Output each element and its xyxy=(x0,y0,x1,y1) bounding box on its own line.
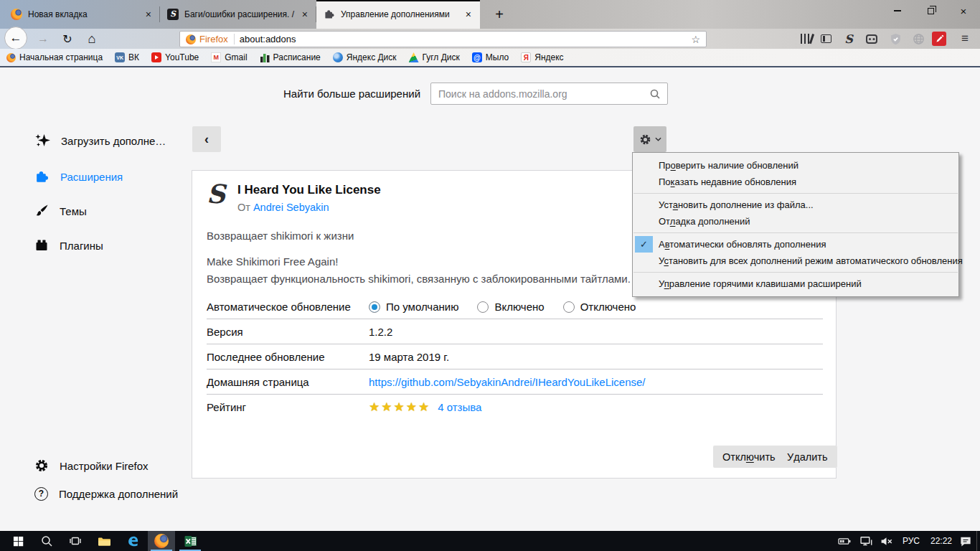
clock[interactable]: 22:22 xyxy=(927,531,956,551)
file-explorer-button[interactable] xyxy=(90,531,118,551)
bookmark-yandex-disk[interactable]: Яндекс Диск xyxy=(333,52,397,62)
tab-addons-manager[interactable]: Управление дополнениями × xyxy=(316,0,480,29)
firefox-taskbar-button[interactable] xyxy=(148,531,175,551)
task-view-icon xyxy=(70,535,81,547)
menu-item-check-updates[interactable]: Проверить наличие обновлений xyxy=(633,157,958,174)
bookmark-google-drive[interactable]: Гугл Диск xyxy=(409,52,460,62)
bookmark-mail[interactable]: @Мыло xyxy=(472,52,509,62)
home-icon[interactable]: ⌂ xyxy=(83,30,100,47)
url-text[interactable]: about:addons xyxy=(240,34,687,44)
hamburger-menu-icon[interactable]: ≡ xyxy=(957,31,973,47)
tab-close-icon[interactable]: × xyxy=(144,9,153,20)
tab-shikimori[interactable]: S Баги/ошибки расширения. / × xyxy=(160,0,316,29)
brick-icon xyxy=(34,238,49,253)
identity-badge[interactable]: Firefox xyxy=(186,34,235,44)
sidebar-item-firefox-settings[interactable]: Настройки Firefox xyxy=(34,453,149,479)
google-drive-icon xyxy=(409,52,419,62)
homepage-link[interactable]: https://github.com/SebyakinAndrei/IHeard… xyxy=(369,376,646,388)
forward-icon[interactable]: → xyxy=(34,30,52,47)
menu-separator xyxy=(633,232,958,233)
menu-item-debug-addons[interactable]: Отладка дополнений xyxy=(633,213,958,230)
tools-gear-button[interactable] xyxy=(633,126,666,152)
youtube-icon xyxy=(151,52,161,62)
search-icon[interactable] xyxy=(649,88,661,100)
radio-default[interactable]: По умолчанию xyxy=(369,301,458,313)
sidebar-item-get-addons[interactable]: Загрузить дополне… xyxy=(34,128,166,154)
menu-item-install-from-file[interactable]: Установить дополнение из файла... xyxy=(633,197,958,213)
window-minimize-button[interactable] xyxy=(881,0,914,22)
language-indicator[interactable]: РУС xyxy=(898,531,924,551)
tab-new-tab[interactable]: Новая вкладка × xyxy=(4,0,160,29)
windows-taskbar: РУС 22:22 xyxy=(0,531,980,551)
menu-separator xyxy=(633,193,958,194)
back-icon[interactable]: ← xyxy=(4,27,27,50)
search-label: Найти больше расширений xyxy=(283,88,420,100)
disable-button[interactable]: Отключить xyxy=(713,446,785,468)
mailru-icon: @ xyxy=(472,52,482,62)
chevron-down-icon xyxy=(655,137,661,141)
tab-close-icon[interactable]: × xyxy=(464,9,473,20)
remove-button[interactable]: Удалить xyxy=(778,446,837,468)
extension-logo: S xyxy=(207,179,232,208)
menu-item-update-addons-automatically[interactable]: ✓Автоматически обновлять дополнения xyxy=(633,236,958,253)
author-link[interactable]: Andrei Sebyakin xyxy=(253,202,329,213)
battery-icon[interactable] xyxy=(835,531,854,551)
window-maximize-button[interactable] xyxy=(914,0,947,22)
sidebar-item-themes[interactable]: Темы xyxy=(34,198,87,224)
radio-selected-icon[interactable] xyxy=(369,301,380,313)
addons-page: Найти больше расширений Загрузить дополн… xyxy=(0,69,980,531)
library-icon[interactable] xyxy=(793,31,809,47)
addons-search-input[interactable] xyxy=(430,83,668,105)
excel-icon xyxy=(184,535,197,547)
task-view-button[interactable] xyxy=(62,531,89,551)
sidebars-icon[interactable] xyxy=(818,31,834,47)
bookmark-yandex[interactable]: ЯЯндекс xyxy=(521,52,563,62)
bookmark-home[interactable]: Начальная страница xyxy=(6,52,103,62)
window-close-button[interactable]: × xyxy=(947,0,980,22)
bookmark-star-icon[interactable]: ☆ xyxy=(691,34,700,45)
menu-separator xyxy=(633,272,958,273)
bookmark-gmail[interactable]: MGmail xyxy=(211,52,247,62)
reviews-link[interactable]: 4 отзыва xyxy=(438,401,481,413)
firefox-icon xyxy=(186,34,196,44)
shikimori-extension-icon[interactable]: S xyxy=(841,31,857,47)
new-tab-button[interactable]: + xyxy=(489,4,509,24)
action-center-icon[interactable] xyxy=(956,531,976,551)
url-bar[interactable]: Firefox about:addons ☆ xyxy=(179,31,707,47)
tab-close-icon[interactable]: × xyxy=(301,9,309,20)
sparkle-icon xyxy=(34,133,50,149)
screenshot-extension-icon[interactable] xyxy=(932,32,946,46)
radio-on[interactable]: Включено xyxy=(477,301,544,313)
sidebar-item-addons-support[interactable]: ? Поддержка дополнений xyxy=(34,481,178,507)
gear-icon xyxy=(34,458,49,473)
taskbar-search-button[interactable] xyxy=(33,531,60,551)
volume-muted-icon[interactable] xyxy=(877,531,895,551)
edge-button[interactable] xyxy=(119,531,146,551)
puzzle-icon xyxy=(324,9,335,20)
rating-stars: ★★★★★ xyxy=(369,400,430,415)
excel-taskbar-button[interactable] xyxy=(176,531,204,551)
page-back-button[interactable]: ‹ xyxy=(192,126,221,152)
menu-item-reset-all-to-auto-update[interactable]: Установить для всех дополнений режим авт… xyxy=(633,253,958,269)
menu-item-manage-extension-shortcuts[interactable]: Управление горячими клавишами расширений xyxy=(633,276,958,292)
bookmark-youtube[interactable]: YouTube xyxy=(151,52,199,62)
sidebar-item-extensions[interactable]: Расширения xyxy=(34,164,123,189)
network-icon[interactable] xyxy=(857,531,875,551)
radio-icon[interactable] xyxy=(477,301,489,313)
start-button[interactable] xyxy=(4,531,32,551)
extension-summary: Возвращает shikimori к жизни xyxy=(207,230,354,242)
show-desktop-button[interactable] xyxy=(976,531,980,551)
bookmark-vk[interactable]: VKВК xyxy=(115,52,139,62)
mask-extension-icon[interactable] xyxy=(864,31,880,47)
radio-icon[interactable] xyxy=(563,301,575,313)
radio-off[interactable]: Отключено xyxy=(563,301,636,313)
shield-extension-icon[interactable] xyxy=(887,31,903,47)
sidebar-item-plugins[interactable]: Плагины xyxy=(34,232,103,258)
extension-byline: От Andrei Sebyakin xyxy=(237,202,329,213)
reload-icon[interactable]: ↻ xyxy=(59,30,76,47)
menu-item-recent-updates[interactable]: Показать недавние обновления xyxy=(633,174,958,190)
navigation-toolbar: ← → ↻ ⌂ Firefox about:addons ☆ S ≡ xyxy=(0,29,980,49)
question-icon: ? xyxy=(34,487,48,501)
bookmark-schedule[interactable]: Расписание xyxy=(260,52,321,62)
globe-extension-icon[interactable] xyxy=(910,31,926,47)
